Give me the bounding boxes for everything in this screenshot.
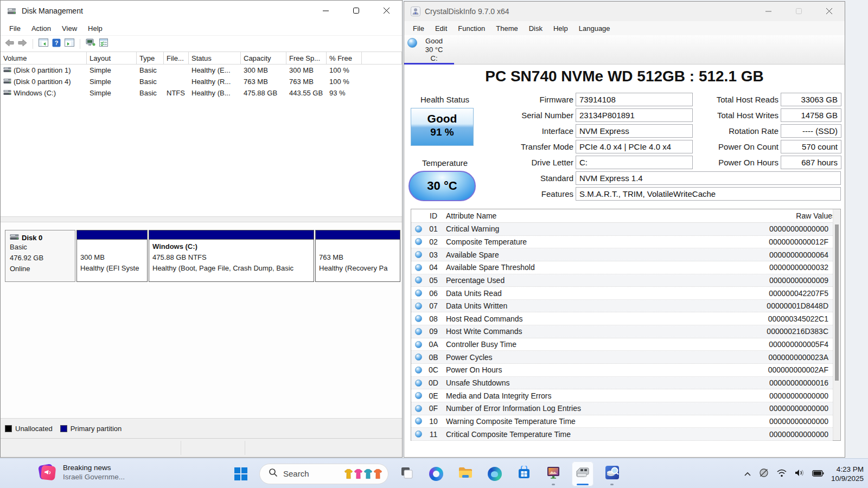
- crystaldiskinfo-taskbar-button[interactable]: [572, 461, 593, 486]
- smart-attribute-row[interactable]: 03 Available Spare 00000000000064: [411, 248, 833, 261]
- cdi-maximize-button[interactable]: [784, 2, 814, 21]
- column-header[interactable]: Layout: [87, 52, 137, 64]
- clock-date: 10/9/2025: [831, 474, 864, 483]
- scrollbar-thumb[interactable]: [835, 224, 839, 381]
- smart-attribute-row[interactable]: 0F Number of Error Information Log Entri…: [411, 402, 833, 415]
- volume-icon: [3, 78, 11, 86]
- smart-attribute-row[interactable]: 11 Critical Composite Temperature Time 0…: [411, 428, 833, 441]
- file-explorer-icon: [458, 466, 473, 481]
- smart-attribute-row[interactable]: 09 Host Write Commands 000000216D383C: [411, 325, 833, 338]
- forward-icon[interactable]: [18, 39, 27, 49]
- dm-maximize-button[interactable]: [341, 1, 372, 21]
- smart-attribute-row[interactable]: 0A Controller Busy Time 000000000005F4: [411, 338, 833, 351]
- disk0-kind: Basic: [10, 242, 75, 253]
- partition-block-recovery[interactable]: 763 MB Healthy (Recovery Pa: [315, 230, 400, 282]
- task-view-button[interactable]: [396, 461, 418, 486]
- field-label: Standard: [469, 174, 573, 183]
- cdi-menu-item[interactable]: Edit: [430, 23, 452, 34]
- disk-management-app-icon: [7, 7, 16, 15]
- cdi-minimize-button[interactable]: [754, 2, 784, 21]
- column-header[interactable]: File...: [164, 52, 189, 64]
- attribute-column-header[interactable]: Attribute Name: [442, 211, 746, 220]
- smart-attribute-row[interactable]: 0D Unsafe Shutdowns 00000000000016: [411, 377, 833, 390]
- dm-menu-item[interactable]: View: [56, 23, 82, 34]
- image-app-button[interactable]: [542, 461, 564, 486]
- column-header[interactable]: Volume: [1, 52, 87, 64]
- smart-attribute-row[interactable]: 04 Available Spare Threshold 00000000000…: [411, 261, 833, 274]
- dm-close-button[interactable]: [372, 1, 402, 21]
- stat-value-box: ---- (SSD): [781, 124, 841, 138]
- volume-icon[interactable]: [794, 468, 805, 479]
- do-not-disturb-off-icon[interactable]: [758, 467, 769, 480]
- dm-menu-item[interactable]: File: [4, 23, 26, 34]
- console-tree-icon[interactable]: [39, 38, 48, 49]
- health-status-value: Good: [411, 112, 473, 125]
- column-header[interactable]: Free Sp...: [286, 52, 327, 64]
- dm-menu-item[interactable]: Help: [82, 23, 108, 34]
- taskbar: Breaking news Israeli Governme... Search: [0, 458, 868, 488]
- file-explorer-button[interactable]: [455, 461, 476, 486]
- health-status-button[interactable]: Good 91 %: [411, 108, 474, 146]
- back-icon[interactable]: [5, 39, 14, 49]
- smart-table-scrollbar[interactable]: [833, 209, 840, 440]
- properties-list-icon[interactable]: [99, 38, 108, 49]
- stat-value-box: 570 count: [781, 140, 841, 153]
- battery-icon[interactable]: [812, 469, 824, 479]
- column-header[interactable]: % Free: [327, 52, 362, 64]
- smart-attribute-row[interactable]: 07 Data Units Written 00000001D8448D: [411, 300, 833, 313]
- smart-attribute-row[interactable]: 0C Power On Hours 000000000002AF: [411, 364, 833, 377]
- widgets-button[interactable]: Breaking news Israeli Governme...: [38, 463, 125, 481]
- column-header[interactable]: Capacity: [241, 52, 286, 64]
- clock[interactable]: 4:23 PM 10/9/2025: [831, 465, 864, 483]
- table-row[interactable]: (Disk 0 partition 1) Simple Basic Health…: [1, 65, 402, 76]
- start-button[interactable]: [230, 461, 252, 486]
- legend-unallocated: Unallocated: [5, 425, 53, 433]
- stat-label: Total Host Reads: [665, 95, 778, 104]
- microsoft-store-button[interactable]: [513, 461, 535, 486]
- drive-tab-c[interactable]: Good 30 °C C:: [404, 35, 456, 65]
- smart-attribute-row[interactable]: 0E Media and Data Integrity Errors 00000…: [411, 389, 833, 402]
- tray-chevron-icon[interactable]: [744, 469, 751, 479]
- cdi-menu-item[interactable]: Help: [548, 23, 573, 34]
- attribute-status-orb-icon: [415, 290, 422, 297]
- cdi-window-title: CrystalDiskInfo 9.7.0 x64: [425, 7, 509, 16]
- action-pane-icon[interactable]: [65, 38, 74, 49]
- cdi-menu-item[interactable]: Function: [452, 23, 490, 34]
- edge-icon: [488, 467, 502, 481]
- id-column-header[interactable]: ID: [425, 211, 442, 220]
- legend-primary-partition: Primary partition: [60, 425, 122, 433]
- table-row[interactable]: (Disk 0 partition 4) Simple Basic Health…: [1, 76, 402, 87]
- attribute-status-orb-icon: [415, 392, 422, 399]
- cdi-close-button[interactable]: [814, 2, 845, 21]
- dm-pane-splitter[interactable]: [1, 216, 402, 222]
- smart-attribute-row[interactable]: 10 Warning Composite Temperature Time 00…: [411, 415, 833, 428]
- column-header[interactable]: Type: [137, 52, 164, 64]
- cdi-menu-item[interactable]: Language: [573, 23, 616, 34]
- copilot-button[interactable]: [425, 461, 447, 486]
- search-box[interactable]: Search: [259, 464, 388, 484]
- smart-attribute-row[interactable]: 01 Critical Warning 00000000000000: [411, 223, 833, 236]
- crystaldiskmark-button[interactable]: [601, 461, 623, 486]
- column-header[interactable]: Status: [189, 52, 241, 64]
- unallocated-swatch: [5, 425, 12, 432]
- edge-button[interactable]: [484, 461, 506, 486]
- smart-attribute-row[interactable]: 06 Data Units Read 000000042207F5: [411, 287, 833, 300]
- table-row[interactable]: Windows (C:) Simple Basic NTFS Healthy (…: [1, 87, 402, 99]
- partition-block-efi[interactable]: 300 MB Healthy (EFI Syste: [76, 230, 148, 282]
- help-icon[interactable]: ?: [52, 38, 61, 49]
- cdi-menu-item[interactable]: File: [407, 23, 430, 34]
- partition-block-windows-c[interactable]: Windows (C:) 475.88 GB NTFS Healthy (Boo…: [149, 230, 314, 282]
- smart-attribute-row[interactable]: 05 Percentage Used 00000000000009: [411, 274, 833, 287]
- cdi-menu-item[interactable]: Disk: [524, 23, 548, 34]
- cdi-menu-item[interactable]: Theme: [490, 23, 523, 34]
- dm-minimize-button[interactable]: [311, 1, 341, 21]
- smart-attribute-row[interactable]: 08 Host Read Commands 000000345022C1: [411, 312, 833, 325]
- wifi-icon[interactable]: [776, 468, 787, 479]
- smart-attribute-row[interactable]: 0B Power Cycles 0000000000023A: [411, 351, 833, 364]
- raw-values-column-header[interactable]: Raw Values: [746, 211, 840, 220]
- smart-attribute-row[interactable]: 02 Composite Temperature 0000000000012F: [411, 236, 833, 249]
- disk0-info-card[interactable]: Disk 0 Basic 476.92 GB Online: [5, 230, 75, 282]
- device-monitor-icon[interactable]: [86, 38, 95, 49]
- temperature-button[interactable]: 30 °C: [409, 171, 476, 201]
- dm-menu-item[interactable]: Action: [26, 23, 56, 34]
